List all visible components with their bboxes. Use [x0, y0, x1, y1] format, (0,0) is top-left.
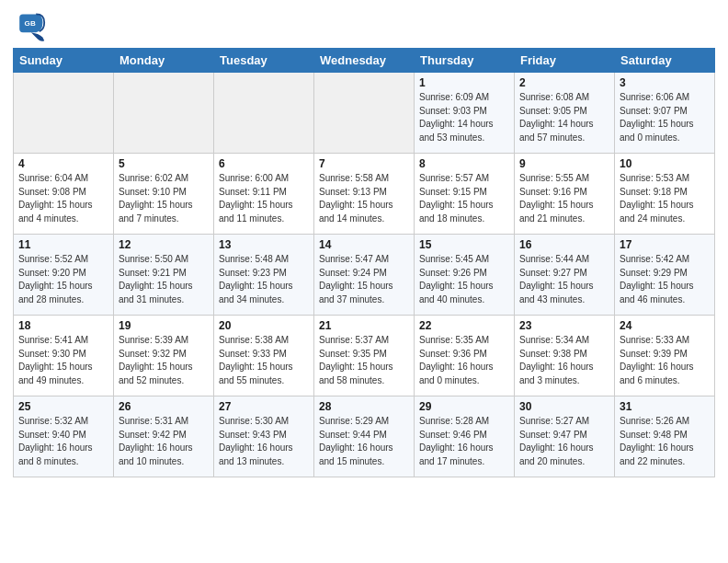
calendar-week-row: 4Sunrise: 6:04 AM Sunset: 9:08 PM Daylig… [14, 154, 715, 235]
calendar-cell: 28Sunrise: 5:29 AM Sunset: 9:44 PM Dayli… [314, 396, 415, 477]
weekday-header-thursday: Thursday [415, 49, 515, 73]
day-number: 19 [119, 319, 209, 332]
day-number: 14 [319, 238, 409, 251]
day-number: 1 [419, 76, 509, 89]
calendar-cell: 27Sunrise: 5:30 AM Sunset: 9:43 PM Dayli… [214, 396, 314, 477]
day-info: Sunrise: 5:28 AM Sunset: 9:46 PM Dayligh… [419, 415, 509, 468]
calendar-cell: 8Sunrise: 5:57 AM Sunset: 9:15 PM Daylig… [415, 154, 515, 235]
calendar-week-row: 18Sunrise: 5:41 AM Sunset: 9:30 PM Dayli… [14, 316, 715, 396]
calendar-cell: 23Sunrise: 5:34 AM Sunset: 9:38 PM Dayli… [515, 316, 615, 396]
day-info: Sunrise: 5:38 AM Sunset: 9:33 PM Dayligh… [219, 334, 309, 387]
day-info: Sunrise: 6:02 AM Sunset: 9:10 PM Dayligh… [119, 172, 209, 225]
calendar-cell [114, 73, 214, 154]
calendar-cell: 2Sunrise: 6:08 AM Sunset: 9:05 PM Daylig… [515, 73, 615, 154]
day-info: Sunrise: 5:41 AM Sunset: 9:30 PM Dayligh… [18, 334, 108, 387]
day-info: Sunrise: 5:29 AM Sunset: 9:44 PM Dayligh… [319, 415, 409, 468]
day-number: 16 [519, 238, 609, 251]
calendar-cell: 13Sunrise: 5:48 AM Sunset: 9:23 PM Dayli… [214, 235, 314, 316]
day-info: Sunrise: 5:53 AM Sunset: 9:18 PM Dayligh… [620, 172, 710, 225]
day-info: Sunrise: 5:37 AM Sunset: 9:35 PM Dayligh… [319, 334, 409, 387]
day-number: 13 [219, 238, 309, 251]
calendar-cell: 1Sunrise: 6:09 AM Sunset: 9:03 PM Daylig… [415, 73, 515, 154]
calendar-week-row: 1Sunrise: 6:09 AM Sunset: 9:03 PM Daylig… [14, 73, 715, 154]
day-number: 20 [219, 319, 309, 332]
weekday-header-friday: Friday [515, 49, 615, 73]
day-number: 31 [620, 400, 710, 413]
day-number: 2 [519, 76, 609, 89]
calendar-cell: 16Sunrise: 5:44 AM Sunset: 9:27 PM Dayli… [515, 235, 615, 316]
day-info: Sunrise: 5:31 AM Sunset: 9:42 PM Dayligh… [119, 415, 209, 468]
calendar-cell: 10Sunrise: 5:53 AM Sunset: 9:18 PM Dayli… [615, 154, 715, 235]
day-info: Sunrise: 6:04 AM Sunset: 9:08 PM Dayligh… [18, 172, 108, 225]
day-info: Sunrise: 5:52 AM Sunset: 9:20 PM Dayligh… [18, 253, 108, 306]
calendar-cell: 22Sunrise: 5:35 AM Sunset: 9:36 PM Dayli… [415, 316, 515, 396]
day-info: Sunrise: 6:08 AM Sunset: 9:05 PM Dayligh… [519, 91, 609, 144]
day-number: 29 [419, 400, 509, 413]
day-info: Sunrise: 6:06 AM Sunset: 9:07 PM Dayligh… [620, 91, 710, 144]
day-number: 26 [119, 400, 209, 413]
calendar-cell [314, 73, 415, 154]
day-number: 30 [519, 400, 609, 413]
day-number: 12 [119, 238, 209, 251]
calendar-cell: 20Sunrise: 5:38 AM Sunset: 9:33 PM Dayli… [214, 316, 314, 396]
day-info: Sunrise: 5:47 AM Sunset: 9:24 PM Dayligh… [319, 253, 409, 306]
calendar-cell: 17Sunrise: 5:42 AM Sunset: 9:29 PM Dayli… [615, 235, 715, 316]
calendar-week-row: 11Sunrise: 5:52 AM Sunset: 9:20 PM Dayli… [14, 235, 715, 316]
day-info: Sunrise: 5:27 AM Sunset: 9:47 PM Dayligh… [519, 415, 609, 468]
calendar-cell: 5Sunrise: 6:02 AM Sunset: 9:10 PM Daylig… [114, 154, 214, 235]
calendar-cell: 12Sunrise: 5:50 AM Sunset: 9:21 PM Dayli… [114, 235, 214, 316]
day-info: Sunrise: 5:35 AM Sunset: 9:36 PM Dayligh… [419, 334, 509, 387]
day-number: 10 [620, 157, 710, 170]
day-info: Sunrise: 5:50 AM Sunset: 9:21 PM Dayligh… [119, 253, 209, 306]
calendar-cell: 3Sunrise: 6:06 AM Sunset: 9:07 PM Daylig… [615, 73, 715, 154]
weekday-header-saturday: Saturday [615, 49, 715, 73]
calendar-cell: 18Sunrise: 5:41 AM Sunset: 9:30 PM Dayli… [14, 316, 114, 396]
weekday-header-monday: Monday [114, 49, 214, 73]
day-number: 21 [319, 319, 409, 332]
day-number: 4 [18, 157, 108, 170]
calendar-cell [214, 73, 314, 154]
calendar-cell: 15Sunrise: 5:45 AM Sunset: 9:26 PM Dayli… [415, 235, 515, 316]
day-number: 6 [219, 157, 309, 170]
calendar-cell: 21Sunrise: 5:37 AM Sunset: 9:35 PM Dayli… [314, 316, 415, 396]
day-info: Sunrise: 5:48 AM Sunset: 9:23 PM Dayligh… [219, 253, 309, 306]
day-info: Sunrise: 5:34 AM Sunset: 9:38 PM Dayligh… [519, 334, 609, 387]
calendar-cell: 4Sunrise: 6:04 AM Sunset: 9:08 PM Daylig… [14, 154, 114, 235]
weekday-header-wednesday: Wednesday [314, 49, 415, 73]
calendar-cell [14, 73, 114, 154]
day-number: 7 [319, 157, 409, 170]
day-number: 8 [419, 157, 509, 170]
logo-icon: GB [13, 9, 46, 42]
day-number: 9 [519, 157, 609, 170]
day-number: 18 [18, 319, 108, 332]
calendar-cell: 19Sunrise: 5:39 AM Sunset: 9:32 PM Dayli… [114, 316, 214, 396]
weekday-header-tuesday: Tuesday [214, 49, 314, 73]
day-number: 22 [419, 319, 509, 332]
calendar-cell: 26Sunrise: 5:31 AM Sunset: 9:42 PM Dayli… [114, 396, 214, 477]
day-info: Sunrise: 5:44 AM Sunset: 9:27 PM Dayligh… [519, 253, 609, 306]
day-info: Sunrise: 5:39 AM Sunset: 9:32 PM Dayligh… [119, 334, 209, 387]
day-number: 17 [620, 238, 710, 251]
page-header: GB [13, 9, 715, 42]
calendar-cell: 11Sunrise: 5:52 AM Sunset: 9:20 PM Dayli… [14, 235, 114, 316]
calendar-table: SundayMondayTuesdayWednesdayThursdayFrid… [13, 48, 715, 477]
calendar-cell: 29Sunrise: 5:28 AM Sunset: 9:46 PM Dayli… [415, 396, 515, 477]
calendar-week-row: 25Sunrise: 5:32 AM Sunset: 9:40 PM Dayli… [14, 396, 715, 477]
day-info: Sunrise: 5:42 AM Sunset: 9:29 PM Dayligh… [620, 253, 710, 306]
day-number: 28 [319, 400, 409, 413]
day-number: 3 [620, 76, 710, 89]
day-number: 11 [18, 238, 108, 251]
day-info: Sunrise: 6:00 AM Sunset: 9:11 PM Dayligh… [219, 172, 309, 225]
calendar-cell: 7Sunrise: 5:58 AM Sunset: 9:13 PM Daylig… [314, 154, 415, 235]
day-number: 25 [18, 400, 108, 413]
day-info: Sunrise: 5:32 AM Sunset: 9:40 PM Dayligh… [18, 415, 108, 468]
calendar-cell: 9Sunrise: 5:55 AM Sunset: 9:16 PM Daylig… [515, 154, 615, 235]
day-info: Sunrise: 5:26 AM Sunset: 9:48 PM Dayligh… [620, 415, 710, 468]
calendar-cell: 31Sunrise: 5:26 AM Sunset: 9:48 PM Dayli… [615, 396, 715, 477]
day-number: 24 [620, 319, 710, 332]
day-info: Sunrise: 5:45 AM Sunset: 9:26 PM Dayligh… [419, 253, 509, 306]
day-info: Sunrise: 5:58 AM Sunset: 9:13 PM Dayligh… [319, 172, 409, 225]
day-number: 5 [119, 157, 209, 170]
logo: GB [13, 9, 51, 42]
svg-text:GB: GB [25, 19, 36, 28]
